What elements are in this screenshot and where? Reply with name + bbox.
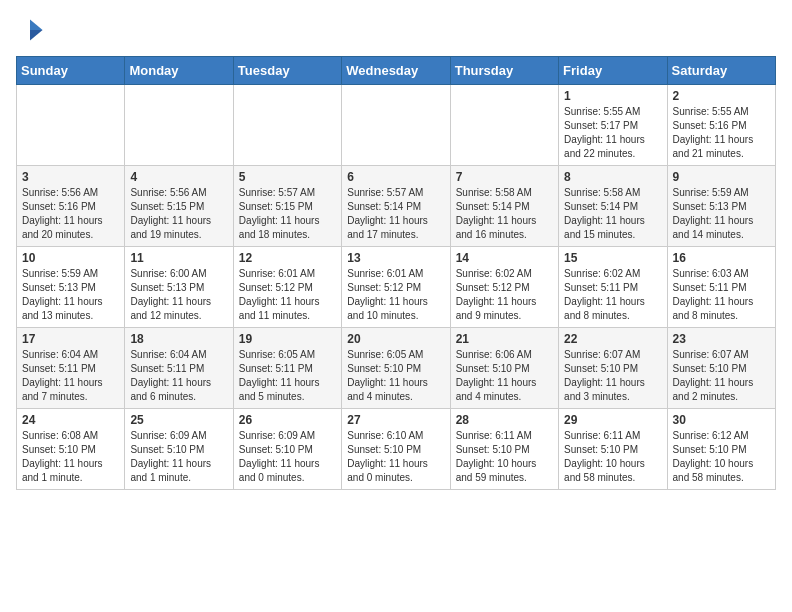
svg-marker-0 (30, 20, 43, 31)
day-number: 24 (22, 413, 119, 427)
day-number: 4 (130, 170, 227, 184)
day-number: 5 (239, 170, 336, 184)
calendar-cell-3-7: 16Sunrise: 6:03 AM Sunset: 5:11 PM Dayli… (667, 247, 775, 328)
calendar-cell-5-3: 26Sunrise: 6:09 AM Sunset: 5:10 PM Dayli… (233, 409, 341, 490)
day-number: 13 (347, 251, 444, 265)
day-info: Sunrise: 6:01 AM Sunset: 5:12 PM Dayligh… (347, 267, 444, 323)
day-number: 17 (22, 332, 119, 346)
day-number: 19 (239, 332, 336, 346)
calendar-cell-3-1: 10Sunrise: 5:59 AM Sunset: 5:13 PM Dayli… (17, 247, 125, 328)
header-tuesday: Tuesday (233, 57, 341, 85)
day-info: Sunrise: 5:56 AM Sunset: 5:15 PM Dayligh… (130, 186, 227, 242)
calendar-cell-1-3 (233, 85, 341, 166)
calendar-cell-3-5: 14Sunrise: 6:02 AM Sunset: 5:12 PM Dayli… (450, 247, 558, 328)
header-sunday: Sunday (17, 57, 125, 85)
calendar-cell-5-6: 29Sunrise: 6:11 AM Sunset: 5:10 PM Dayli… (559, 409, 667, 490)
day-info: Sunrise: 6:02 AM Sunset: 5:11 PM Dayligh… (564, 267, 661, 323)
day-number: 15 (564, 251, 661, 265)
calendar-cell-3-4: 13Sunrise: 6:01 AM Sunset: 5:12 PM Dayli… (342, 247, 450, 328)
day-number: 28 (456, 413, 553, 427)
day-info: Sunrise: 6:00 AM Sunset: 5:13 PM Dayligh… (130, 267, 227, 323)
calendar-cell-1-7: 2Sunrise: 5:55 AM Sunset: 5:16 PM Daylig… (667, 85, 775, 166)
calendar-week-3: 10Sunrise: 5:59 AM Sunset: 5:13 PM Dayli… (17, 247, 776, 328)
header-thursday: Thursday (450, 57, 558, 85)
day-number: 2 (673, 89, 770, 103)
calendar-cell-2-2: 4Sunrise: 5:56 AM Sunset: 5:15 PM Daylig… (125, 166, 233, 247)
day-number: 1 (564, 89, 661, 103)
calendar-cell-4-3: 19Sunrise: 6:05 AM Sunset: 5:11 PM Dayli… (233, 328, 341, 409)
day-number: 3 (22, 170, 119, 184)
calendar-cell-5-1: 24Sunrise: 6:08 AM Sunset: 5:10 PM Dayli… (17, 409, 125, 490)
day-number: 16 (673, 251, 770, 265)
day-number: 7 (456, 170, 553, 184)
day-info: Sunrise: 5:59 AM Sunset: 5:13 PM Dayligh… (673, 186, 770, 242)
calendar-cell-2-3: 5Sunrise: 5:57 AM Sunset: 5:15 PM Daylig… (233, 166, 341, 247)
day-info: Sunrise: 6:07 AM Sunset: 5:10 PM Dayligh… (673, 348, 770, 404)
calendar-cell-5-4: 27Sunrise: 6:10 AM Sunset: 5:10 PM Dayli… (342, 409, 450, 490)
calendar-header-row: SundayMondayTuesdayWednesdayThursdayFrid… (17, 57, 776, 85)
day-number: 20 (347, 332, 444, 346)
day-number: 22 (564, 332, 661, 346)
day-info: Sunrise: 6:09 AM Sunset: 5:10 PM Dayligh… (239, 429, 336, 485)
day-number: 6 (347, 170, 444, 184)
day-info: Sunrise: 5:59 AM Sunset: 5:13 PM Dayligh… (22, 267, 119, 323)
calendar-cell-5-5: 28Sunrise: 6:11 AM Sunset: 5:10 PM Dayli… (450, 409, 558, 490)
day-number: 23 (673, 332, 770, 346)
calendar-cell-4-5: 21Sunrise: 6:06 AM Sunset: 5:10 PM Dayli… (450, 328, 558, 409)
day-info: Sunrise: 6:03 AM Sunset: 5:11 PM Dayligh… (673, 267, 770, 323)
day-number: 12 (239, 251, 336, 265)
day-info: Sunrise: 6:04 AM Sunset: 5:11 PM Dayligh… (130, 348, 227, 404)
calendar-cell-4-6: 22Sunrise: 6:07 AM Sunset: 5:10 PM Dayli… (559, 328, 667, 409)
calendar-cell-5-7: 30Sunrise: 6:12 AM Sunset: 5:10 PM Dayli… (667, 409, 775, 490)
calendar-cell-4-7: 23Sunrise: 6:07 AM Sunset: 5:10 PM Dayli… (667, 328, 775, 409)
day-info: Sunrise: 5:56 AM Sunset: 5:16 PM Dayligh… (22, 186, 119, 242)
day-info: Sunrise: 6:11 AM Sunset: 5:10 PM Dayligh… (456, 429, 553, 485)
calendar-cell-2-4: 6Sunrise: 5:57 AM Sunset: 5:14 PM Daylig… (342, 166, 450, 247)
day-number: 27 (347, 413, 444, 427)
day-info: Sunrise: 6:10 AM Sunset: 5:10 PM Dayligh… (347, 429, 444, 485)
day-number: 10 (22, 251, 119, 265)
day-number: 30 (673, 413, 770, 427)
day-info: Sunrise: 5:55 AM Sunset: 5:17 PM Dayligh… (564, 105, 661, 161)
svg-marker-1 (30, 30, 43, 41)
calendar-week-1: 1Sunrise: 5:55 AM Sunset: 5:17 PM Daylig… (17, 85, 776, 166)
calendar-cell-3-3: 12Sunrise: 6:01 AM Sunset: 5:12 PM Dayli… (233, 247, 341, 328)
calendar-week-4: 17Sunrise: 6:04 AM Sunset: 5:11 PM Dayli… (17, 328, 776, 409)
calendar-cell-2-7: 9Sunrise: 5:59 AM Sunset: 5:13 PM Daylig… (667, 166, 775, 247)
day-number: 29 (564, 413, 661, 427)
calendar-cell-2-1: 3Sunrise: 5:56 AM Sunset: 5:16 PM Daylig… (17, 166, 125, 247)
day-info: Sunrise: 6:02 AM Sunset: 5:12 PM Dayligh… (456, 267, 553, 323)
calendar-week-2: 3Sunrise: 5:56 AM Sunset: 5:16 PM Daylig… (17, 166, 776, 247)
day-info: Sunrise: 5:57 AM Sunset: 5:15 PM Dayligh… (239, 186, 336, 242)
calendar-cell-1-4 (342, 85, 450, 166)
calendar-cell-4-4: 20Sunrise: 6:05 AM Sunset: 5:10 PM Dayli… (342, 328, 450, 409)
day-info: Sunrise: 6:09 AM Sunset: 5:10 PM Dayligh… (130, 429, 227, 485)
calendar-cell-1-5 (450, 85, 558, 166)
day-info: Sunrise: 6:11 AM Sunset: 5:10 PM Dayligh… (564, 429, 661, 485)
day-number: 8 (564, 170, 661, 184)
calendar-week-5: 24Sunrise: 6:08 AM Sunset: 5:10 PM Dayli… (17, 409, 776, 490)
day-info: Sunrise: 5:55 AM Sunset: 5:16 PM Dayligh… (673, 105, 770, 161)
day-number: 9 (673, 170, 770, 184)
calendar-cell-2-6: 8Sunrise: 5:58 AM Sunset: 5:14 PM Daylig… (559, 166, 667, 247)
day-number: 21 (456, 332, 553, 346)
calendar-cell-4-1: 17Sunrise: 6:04 AM Sunset: 5:11 PM Dayli… (17, 328, 125, 409)
day-info: Sunrise: 6:12 AM Sunset: 5:10 PM Dayligh… (673, 429, 770, 485)
day-number: 18 (130, 332, 227, 346)
calendar-cell-1-2 (125, 85, 233, 166)
calendar-cell-4-2: 18Sunrise: 6:04 AM Sunset: 5:11 PM Dayli… (125, 328, 233, 409)
day-info: Sunrise: 5:58 AM Sunset: 5:14 PM Dayligh… (456, 186, 553, 242)
calendar-table: SundayMondayTuesdayWednesdayThursdayFrid… (16, 56, 776, 490)
day-info: Sunrise: 6:08 AM Sunset: 5:10 PM Dayligh… (22, 429, 119, 485)
header-saturday: Saturday (667, 57, 775, 85)
page-header (16, 16, 776, 44)
logo (16, 16, 48, 44)
day-number: 25 (130, 413, 227, 427)
header-monday: Monday (125, 57, 233, 85)
day-number: 11 (130, 251, 227, 265)
day-info: Sunrise: 6:04 AM Sunset: 5:11 PM Dayligh… (22, 348, 119, 404)
day-info: Sunrise: 6:05 AM Sunset: 5:10 PM Dayligh… (347, 348, 444, 404)
calendar-cell-5-2: 25Sunrise: 6:09 AM Sunset: 5:10 PM Dayli… (125, 409, 233, 490)
day-info: Sunrise: 6:07 AM Sunset: 5:10 PM Dayligh… (564, 348, 661, 404)
day-number: 14 (456, 251, 553, 265)
